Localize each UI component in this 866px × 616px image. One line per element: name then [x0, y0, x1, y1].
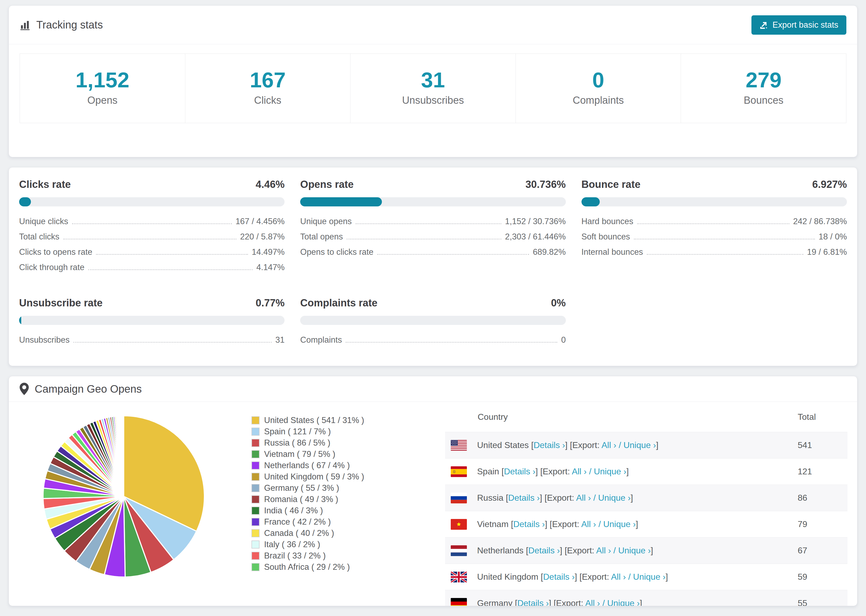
stat-row-value: 0 [561, 335, 565, 345]
export-label: Export: [552, 519, 579, 529]
export-all-link[interactable]: All › [581, 519, 596, 529]
legend-swatch [252, 462, 260, 470]
legend-item-brazil[interactable]: Brazil ( 33 / 2% ) [252, 550, 445, 561]
details-link[interactable]: Details › [543, 572, 575, 581]
legend-item-spain[interactable]: Spain ( 121 / 7% ) [252, 426, 445, 437]
legend-item-canada[interactable]: Canada ( 40 / 2% ) [252, 528, 445, 539]
legend-swatch [252, 541, 260, 548]
geo-table: Country Total United States [Details ›] … [445, 402, 847, 606]
legend-swatch [252, 563, 260, 571]
legend-item-south-africa[interactable]: South Africa ( 29 / 2% ) [252, 561, 445, 573]
complaints-rate-title: Complaints rate [300, 297, 377, 309]
geo-body: United States ( 541 / 31% ) Spain ( 121 … [9, 402, 857, 606]
country-name: United Kingdom [477, 572, 538, 581]
legend-item-germany[interactable]: Germany ( 55 / 3% ) [252, 482, 445, 494]
export-all-link[interactable]: All › [611, 572, 626, 581]
bounce-rate-bar-fill [581, 197, 600, 206]
dotted-leader [637, 223, 789, 224]
hard-bounces-row: Hard bounces 242 / 86.738% [581, 217, 847, 232]
details-link[interactable]: Details › [534, 440, 565, 450]
geo-pie-chart[interactable] [40, 402, 207, 606]
rates-card: Clicks rate 4.46% Unique clicks 167 / 4.… [9, 167, 857, 366]
stat-row-label: Internal bounces [581, 247, 643, 257]
dotted-leader [634, 238, 815, 239]
stat-row-label: Unsubscribes [19, 335, 70, 345]
export-unique-link[interactable]: Unique › [594, 467, 627, 476]
clicks-rate-bar-fill [19, 197, 31, 206]
export-unique-link[interactable]: Unique › [618, 545, 651, 555]
export-unique-link[interactable]: Unique › [607, 598, 640, 606]
complaints-row: Complaints 0 [300, 335, 565, 350]
export-all-link[interactable]: All › [576, 493, 591, 503]
stat-complaints-label: Complaints [516, 94, 681, 106]
export-label: Export: [572, 440, 600, 450]
legend-item-vietnam[interactable]: Vietnam ( 79 / 5% ) [252, 449, 445, 460]
stat-row-label: Soft bounces [581, 232, 630, 242]
legend-item-united-states[interactable]: United States ( 541 / 31% ) [252, 415, 445, 426]
legend-label: Canada ( 40 / 2% ) [264, 528, 334, 538]
clicks-rate-value: 4.46% [256, 179, 285, 190]
export-all-link[interactable]: All › [585, 598, 600, 606]
export-label: Export: [582, 572, 609, 581]
stat-unsubscribes: 31 Unsubscribes [350, 53, 516, 123]
legend-swatch [252, 439, 260, 447]
stat-unsubscribes-value: 31 [350, 69, 516, 91]
export-label: Export: [556, 598, 583, 606]
legend-swatch [252, 484, 260, 492]
stat-row-label: Total clicks [19, 232, 60, 242]
unsubscribe-rate-bar-fill [19, 316, 21, 325]
dotted-leader [377, 254, 529, 255]
legend-swatch [252, 529, 260, 537]
legend-swatch [252, 507, 260, 515]
country-name: Netherlands [477, 545, 524, 555]
stat-row-label: Complaints [300, 335, 342, 345]
stat-row-value: 31 [276, 335, 285, 345]
legend-label: Germany ( 55 / 3% ) [264, 483, 339, 493]
geo-table-row-united-states: United States [Details ›] [Export: All ›… [445, 432, 847, 458]
country-name: Russia [477, 493, 504, 503]
legend-item-india[interactable]: India ( 46 / 3% ) [252, 505, 445, 516]
complaints-rate-bar [300, 316, 565, 325]
opens-rate-title: Opens rate [300, 179, 354, 190]
export-unique-link[interactable]: Unique › [633, 572, 666, 581]
legend-item-united-kingdom[interactable]: United Kingdom ( 59 / 3% ) [252, 471, 445, 482]
geo-opens-card: Campaign Geo Opens United States ( 541 /… [9, 376, 857, 606]
pie-slice[interactable] [123, 416, 124, 497]
legend-label: India ( 46 / 3% ) [264, 506, 323, 515]
legend-item-russia[interactable]: Russia ( 86 / 5% ) [252, 437, 445, 449]
legend-item-romania[interactable]: Romania ( 49 / 3% ) [252, 494, 445, 505]
opens-rate-value: 30.736% [526, 179, 566, 190]
export-unique-link[interactable]: Unique › [603, 519, 636, 529]
clicks-rate-title: Clicks rate [19, 179, 71, 190]
unsubscribes-row: Unsubscribes 31 [19, 335, 285, 350]
stat-opens-value: 1,152 [20, 69, 185, 91]
unsubscribe-rate-section: Unsubscribe rate 0.77% Unsubscribes 31 [19, 297, 285, 350]
legend-item-france[interactable]: France ( 42 / 2% ) [252, 516, 445, 528]
tracking-stats-header: Tracking stats Export basic stats [9, 6, 857, 44]
stat-bounces-label: Bounces [681, 94, 846, 106]
geo-table-total: 121 [798, 467, 847, 476]
details-link[interactable]: Details › [504, 467, 535, 476]
tracking-stats-title-text: Tracking stats [36, 19, 103, 31]
export-all-link[interactable]: All › [572, 467, 587, 476]
legend-label: Russia ( 86 / 5% ) [264, 438, 330, 448]
export-all-link[interactable]: All › [596, 545, 611, 555]
legend-item-italy[interactable]: Italy ( 36 / 2% ) [252, 539, 445, 550]
details-link[interactable]: Details › [508, 493, 540, 503]
us-flag-icon [451, 440, 467, 451]
export-basic-stats-button[interactable]: Export basic stats [751, 15, 846, 35]
export-unique-link[interactable]: Unique › [598, 493, 631, 503]
details-link[interactable]: Details › [528, 545, 560, 555]
stat-complaints: 0 Complaints [516, 53, 681, 123]
legend-item-netherlands[interactable]: Netherlands ( 67 / 4% ) [252, 460, 445, 471]
details-link[interactable]: Details › [517, 598, 549, 606]
stat-row-value: 167 / 4.456% [236, 217, 285, 226]
export-unique-link[interactable]: Unique › [624, 440, 656, 450]
details-link[interactable]: Details › [513, 519, 545, 529]
complaints-rate-section: Complaints rate 0% Complaints 0 [300, 297, 565, 350]
stat-row-value: 14.497% [252, 247, 285, 257]
stat-row-label: Click through rate [19, 262, 85, 272]
export-all-link[interactable]: All › [601, 440, 616, 450]
clicks-rate-section: Clicks rate 4.46% Unique clicks 167 / 4.… [19, 179, 285, 278]
stat-unsubscribes-label: Unsubscribes [350, 94, 516, 106]
